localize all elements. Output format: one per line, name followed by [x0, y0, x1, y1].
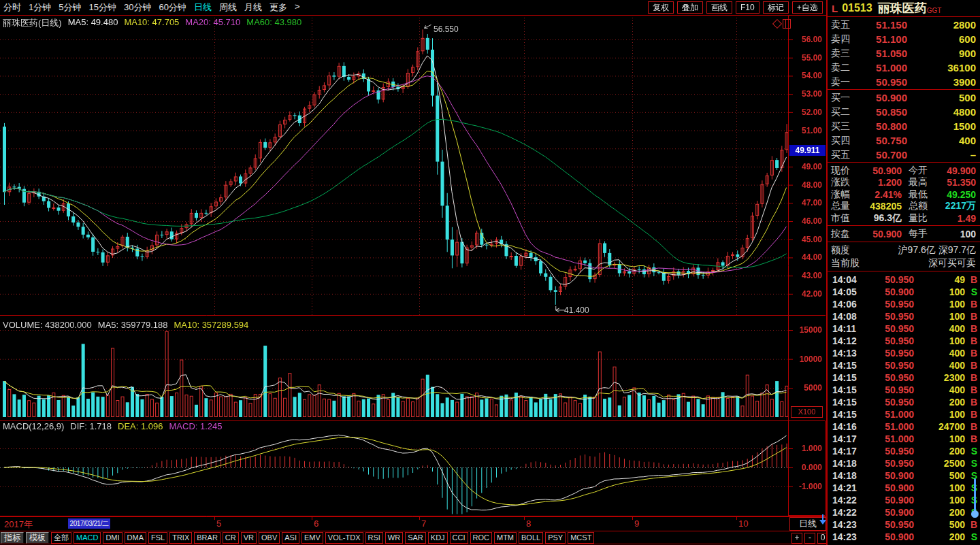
panel-divider	[828, 89, 980, 90]
period-tab-60分钟[interactable]: 60分钟	[159, 1, 186, 14]
indicator-tab-VR[interactable]: VR	[241, 532, 257, 544]
bid-row-1[interactable]: 买一50.900500	[828, 90, 980, 105]
indicator-tab-MTM[interactable]: MTM	[494, 532, 517, 544]
ask-row-5[interactable]: 卖五51.1502800	[828, 18, 980, 32]
period-tab-日线[interactable]: 日线	[194, 1, 212, 14]
zoom-out-button[interactable]: -	[804, 533, 815, 544]
indicator-tab-MACD[interactable]: MACD	[74, 532, 101, 544]
ask-row-1[interactable]: 卖一50.9503900	[828, 75, 980, 89]
tick-row: 14:0450.95049B	[828, 274, 980, 286]
price-axis-label: 48.00	[789, 180, 822, 190]
price-axis-label: 49.00	[789, 162, 822, 171]
indicator-tab-WR[interactable]: WR	[385, 532, 403, 544]
indicator-tab-CCI[interactable]: CCI	[450, 532, 468, 544]
zoom-in-button[interactable]: +	[791, 533, 802, 544]
tick-volume: 49	[914, 274, 965, 285]
tick-row: 14:2250.900100S	[828, 494, 980, 506]
scrollbar-knob[interactable]	[971, 510, 979, 518]
tick-side: B	[965, 409, 977, 420]
indicator-tab-RSI[interactable]: RSI	[365, 532, 383, 544]
scrollbar[interactable]	[974, 478, 976, 514]
indicator-tab-DMA[interactable]: DMA	[125, 532, 146, 544]
tick-row: 14:1551.000100B	[828, 408, 980, 420]
selected-date-box[interactable]: 2017/03/21/二	[68, 518, 110, 529]
indicator-tab-EMV[interactable]: EMV	[301, 532, 323, 544]
ma10-value: MA10: 47.705	[124, 17, 179, 29]
topbar-button-+自选[interactable]: +自选	[792, 1, 823, 14]
tick-row: 14:1550.950400B	[828, 359, 980, 371]
indicator-tab-ROC[interactable]: ROC	[470, 532, 492, 544]
tick-volume: 24700	[914, 421, 965, 432]
tick-volume: 100	[914, 495, 965, 506]
tick-price: 51.000	[864, 421, 914, 432]
ask-volume: 900	[907, 48, 976, 59]
month-label-6: 6	[314, 518, 318, 529]
topbar-button-标记[interactable]: 标记	[763, 1, 789, 14]
tick-side: B	[965, 519, 977, 530]
indicator-tab-全部[interactable]: 全部	[51, 532, 71, 544]
period-tab->[interactable]: >	[295, 1, 300, 14]
candlestick-chart-canvas[interactable]	[0, 15, 826, 516]
bid-label: 买二	[831, 106, 864, 118]
indicator-tab-OBV[interactable]: OBV	[259, 532, 280, 544]
low-annotation: 41.400	[564, 305, 589, 315]
indicator-tab-TRIX[interactable]: TRIX	[169, 532, 192, 544]
price-axis-label: 56.00	[789, 35, 822, 44]
ask-label: 卖五	[831, 19, 864, 31]
month-tick	[632, 517, 633, 520]
indicator-tab-BOLL[interactable]: BOLL	[519, 532, 543, 544]
indicator-tab-BRAR[interactable]: BRAR	[194, 532, 220, 544]
topbar-button-F10[interactable]: F10	[736, 1, 760, 14]
stat-label: 最高	[909, 176, 940, 188]
topbar-button-复权[interactable]: 复权	[648, 1, 674, 14]
tick-side: B	[965, 433, 977, 444]
price-axis-label: 51.00	[789, 126, 822, 135]
indicator-tab-SAR[interactable]: SAR	[405, 532, 426, 544]
bid-row-2[interactable]: 买二50.8504800	[828, 105, 980, 119]
period-tab-1分钟[interactable]: 1分钟	[29, 1, 51, 14]
indicator-tab-ASI[interactable]: ASI	[282, 532, 299, 544]
main-chart-header: 丽珠医药(日线) MA5: 49.480 MA10: 47.705 MA20: …	[3, 17, 301, 29]
tick-time: 14:15	[832, 360, 864, 371]
scroll-down-icon[interactable]	[819, 514, 827, 525]
toolbar-button-模板[interactable]: 模板	[26, 532, 49, 544]
panel-divider	[828, 16, 980, 17]
period-tab-周线[interactable]: 周线	[219, 1, 237, 14]
period-tab-5分钟[interactable]: 5分钟	[59, 1, 81, 14]
tick-time: 14:12	[832, 335, 864, 346]
ma20-value: MA20: 45.710	[185, 17, 240, 29]
period-tab-月线[interactable]: 月线	[244, 1, 262, 14]
period-tab-15分钟[interactable]: 15分钟	[88, 1, 116, 14]
topbar-button-画线[interactable]: 画线	[706, 1, 732, 14]
indicator-tab-KDJ[interactable]: KDJ	[428, 532, 448, 544]
tradable-label: 当前股	[831, 257, 860, 269]
high-annotation: 56.550	[434, 24, 459, 34]
ask-row-3[interactable]: 卖三51.050900	[828, 46, 980, 61]
tick-price: 50.950	[864, 519, 914, 530]
toolbar-button-指标[interactable]: 指标	[1, 532, 24, 544]
bid-volume: 500	[907, 92, 976, 103]
indicator-tab-FSL[interactable]: FSL	[148, 532, 167, 544]
ask-label: 卖一	[831, 76, 864, 88]
indicator-tab-CR[interactable]: CR	[223, 532, 239, 544]
bid-row-4[interactable]: 买四50.750400	[828, 133, 980, 148]
period-tab-分时[interactable]: 分时	[3, 1, 21, 14]
stat-value: 49.250	[940, 189, 976, 200]
tick-time: 14:13	[832, 348, 864, 359]
indicator-tab-PSY[interactable]: PSY	[545, 532, 566, 544]
period-tab-更多[interactable]: 更多	[270, 1, 287, 14]
ask-row-2[interactable]: 卖二51.00036100	[828, 61, 980, 75]
indicator-tab-VOL-TDX[interactable]: VOL-TDX	[325, 532, 363, 544]
bid-row-3[interactable]: 买三50.8001500	[828, 119, 980, 133]
ask-row-4[interactable]: 卖四51.100600	[828, 32, 980, 46]
tick-row: 14:0550.900100S	[828, 286, 980, 298]
tick-side: B	[965, 372, 977, 383]
period-tab-30分钟[interactable]: 30分钟	[124, 1, 151, 14]
indicator-tab-MCST[interactable]: MCST	[568, 532, 594, 544]
tick-volume: 2300	[914, 372, 965, 383]
tick-row: 14:1651.00024700B	[828, 420, 980, 433]
topbar-button-叠加[interactable]: 叠加	[677, 1, 703, 14]
overlay-window-icon[interactable]	[783, 19, 791, 29]
indicator-tab-DMI[interactable]: DMI	[103, 532, 122, 544]
bid-row-5[interactable]: 买五50.700–	[828, 148, 980, 162]
